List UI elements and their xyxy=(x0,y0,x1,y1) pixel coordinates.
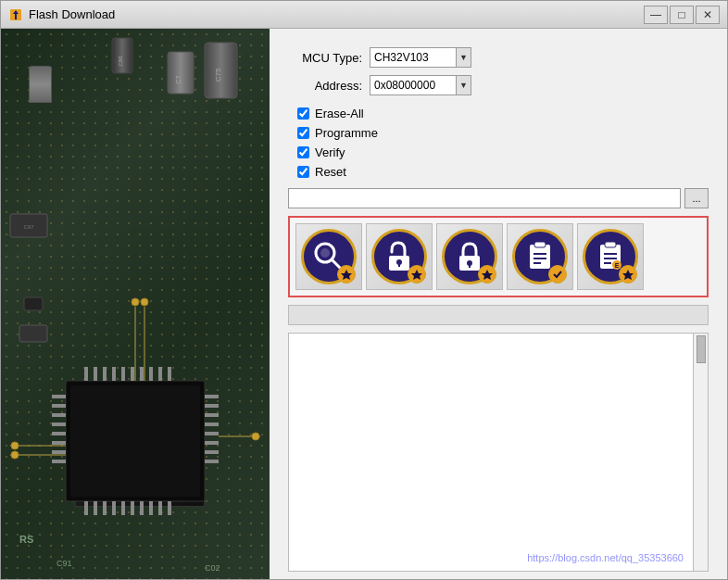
verify-action-icon xyxy=(512,229,568,284)
file-row: ... xyxy=(288,188,709,208)
svg-rect-40 xyxy=(121,501,125,515)
unlock-badge xyxy=(408,265,426,284)
file-browse-button[interactable]: ... xyxy=(684,188,709,208)
svg-rect-39 xyxy=(112,501,116,515)
svg-marker-74 xyxy=(482,270,493,280)
svg-rect-13 xyxy=(52,422,66,426)
svg-rect-33 xyxy=(149,367,153,381)
erase-all-label[interactable]: Erase-All xyxy=(315,107,364,120)
svg-point-55 xyxy=(11,442,19,449)
svg-rect-51 xyxy=(19,325,47,342)
mcu-type-arrow: ▼ xyxy=(456,48,471,67)
svg-rect-24 xyxy=(205,450,219,454)
mcu-type-row: MCU Type: CH32V103 ▼ xyxy=(288,47,709,68)
svg-rect-15 xyxy=(52,441,66,445)
svg-text:C75: C75 xyxy=(214,68,222,82)
svg-rect-16 xyxy=(52,450,66,454)
action-buttons-section: E xyxy=(288,216,709,297)
svg-rect-36 xyxy=(84,501,88,515)
output-scrollbar[interactable] xyxy=(694,333,709,572)
app-icon xyxy=(8,7,23,22)
title-bar: Flash Download — □ ✕ xyxy=(1,1,727,29)
svg-rect-17 xyxy=(52,460,66,463)
erase-all-checkbox[interactable] xyxy=(297,107,309,120)
svg-rect-34 xyxy=(158,367,162,381)
svg-point-57 xyxy=(132,298,139,306)
pcb-background: C75 C7 C86 xyxy=(1,29,270,579)
minimize-button[interactable]: — xyxy=(644,6,668,24)
svg-rect-75 xyxy=(530,245,550,269)
address-row: Address: 0x08000000 ▼ xyxy=(288,75,709,95)
svg-text:C91: C91 xyxy=(56,559,72,568)
svg-text:C7: C7 xyxy=(175,75,182,83)
svg-rect-14 xyxy=(52,432,66,435)
title-buttons: — □ ✕ xyxy=(644,6,720,24)
svg-rect-23 xyxy=(205,441,219,445)
svg-rect-42 xyxy=(140,501,144,515)
reset-row: Reset xyxy=(297,165,709,179)
watermark: https://blog.csdn.net/qq_35353660 xyxy=(527,552,684,563)
svg-rect-69 xyxy=(398,262,400,267)
file-path-input[interactable] xyxy=(288,188,681,208)
svg-rect-6 xyxy=(112,38,132,73)
right-panel: MCU Type: CH32V103 ▼ Address: 0x08000000… xyxy=(270,29,727,579)
lock-badge xyxy=(478,265,496,284)
svg-text:C97: C97 xyxy=(23,224,34,230)
svg-rect-20 xyxy=(205,413,219,417)
mcu-type-dropdown[interactable]: CH32V103 ▼ xyxy=(370,47,471,68)
verify-row: Verify xyxy=(297,145,709,159)
svg-rect-9 xyxy=(70,385,200,497)
svg-marker-87 xyxy=(622,270,634,280)
mcu-type-value: CH32V103 xyxy=(374,51,452,64)
svg-rect-27 xyxy=(94,367,97,381)
left-panel: C75 C7 C86 xyxy=(1,29,270,579)
address-label: Address: xyxy=(288,79,362,93)
download-button[interactable]: E xyxy=(577,223,644,290)
erase-all-row: Erase-All xyxy=(297,107,709,120)
svg-point-56 xyxy=(11,451,19,459)
pcb-image: C75 C7 C86 xyxy=(1,29,270,579)
search-detect-button[interactable] xyxy=(295,223,362,290)
lock-button[interactable] xyxy=(436,223,503,290)
unlock-button[interactable] xyxy=(366,223,433,290)
verify-action-badge xyxy=(548,265,567,284)
verify-checkbox[interactable] xyxy=(297,146,309,158)
svg-rect-26 xyxy=(84,367,88,381)
address-arrow: ▼ xyxy=(456,76,471,95)
scrollbar-thumb[interactable] xyxy=(697,335,706,363)
svg-rect-73 xyxy=(469,263,471,268)
svg-rect-76 xyxy=(534,242,546,247)
output-wrapper: https://blog.csdn.net/qq_35353660 xyxy=(288,333,709,572)
verify-action-button[interactable] xyxy=(507,223,573,290)
svg-rect-32 xyxy=(140,367,144,381)
svg-marker-66 xyxy=(341,270,352,280)
programme-checkbox[interactable] xyxy=(297,127,309,139)
verify-label[interactable]: Verify xyxy=(315,145,345,159)
download-icon: E xyxy=(583,229,638,284)
svg-point-58 xyxy=(141,298,148,306)
unlock-icon xyxy=(371,229,427,284)
svg-rect-41 xyxy=(131,501,134,515)
reset-label[interactable]: Reset xyxy=(315,165,346,179)
lock-icon xyxy=(442,229,497,284)
svg-rect-43 xyxy=(149,501,153,515)
svg-text:E: E xyxy=(615,262,620,269)
svg-rect-35 xyxy=(168,367,171,381)
maximize-button[interactable]: □ xyxy=(670,6,694,24)
svg-rect-22 xyxy=(205,432,219,435)
svg-marker-70 xyxy=(411,270,422,280)
close-button[interactable]: ✕ xyxy=(696,6,720,24)
window-title: Flash Download xyxy=(29,7,644,21)
reset-checkbox[interactable] xyxy=(297,166,309,178)
svg-rect-29 xyxy=(112,367,116,381)
search-detect-icon xyxy=(301,229,357,284)
svg-rect-18 xyxy=(205,395,219,398)
svg-rect-4 xyxy=(168,52,194,94)
address-dropdown[interactable]: 0x08000000 ▼ xyxy=(370,75,471,95)
svg-rect-44 xyxy=(158,501,162,515)
svg-rect-45 xyxy=(168,501,171,515)
programme-label[interactable]: Programme xyxy=(315,126,378,140)
search-badge xyxy=(337,265,356,284)
svg-rect-11 xyxy=(52,404,66,408)
svg-rect-37 xyxy=(94,501,97,515)
